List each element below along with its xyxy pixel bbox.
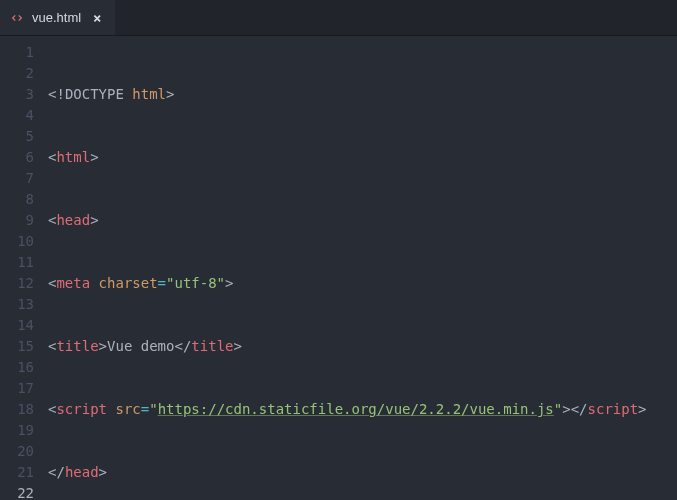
line-number: 4 <box>0 105 34 126</box>
line-number: 20 <box>0 441 34 462</box>
line-number: 1 <box>0 42 34 63</box>
line-number: 19 <box>0 420 34 441</box>
code-area[interactable]: <!DOCTYPE html> <html> <head> <meta char… <box>48 36 677 500</box>
line-number: 8 <box>0 189 34 210</box>
tab-filename: vue.html <box>32 10 81 25</box>
line-number: 17 <box>0 378 34 399</box>
line-number: 16 <box>0 357 34 378</box>
code-line[interactable]: <script src="https://cdn.staticfile.org/… <box>48 399 677 420</box>
gutter: 1 2 3 4 5 6 7 8 9 10 11 12 13 14 15 16 1… <box>0 36 48 500</box>
file-code-icon <box>10 11 24 25</box>
line-number: 10 <box>0 231 34 252</box>
line-number: 2 <box>0 63 34 84</box>
code-line[interactable]: <meta charset="utf-8"> <box>48 273 677 294</box>
code-line[interactable]: <html> <box>48 147 677 168</box>
editor: 1 2 3 4 5 6 7 8 9 10 11 12 13 14 15 16 1… <box>0 36 677 500</box>
line-number: 3 <box>0 84 34 105</box>
code-line[interactable]: <title>Vue demo</title> <box>48 336 677 357</box>
line-number: 14 <box>0 315 34 336</box>
code-line[interactable]: <!DOCTYPE html> <box>48 84 677 105</box>
code-line[interactable]: <head> <box>48 210 677 231</box>
line-number: 7 <box>0 168 34 189</box>
line-number: 6 <box>0 147 34 168</box>
line-number: 13 <box>0 294 34 315</box>
line-number: 11 <box>0 252 34 273</box>
line-number: 22 <box>0 483 34 500</box>
line-number: 18 <box>0 399 34 420</box>
code-line[interactable]: </head> <box>48 462 677 483</box>
line-number: 12 <box>0 273 34 294</box>
line-number: 9 <box>0 210 34 231</box>
tab-vue-html[interactable]: vue.html × <box>0 0 115 35</box>
close-icon[interactable]: × <box>89 10 105 26</box>
line-number: 5 <box>0 126 34 147</box>
line-number: 21 <box>0 462 34 483</box>
tab-bar: vue.html × <box>0 0 677 36</box>
line-number: 15 <box>0 336 34 357</box>
